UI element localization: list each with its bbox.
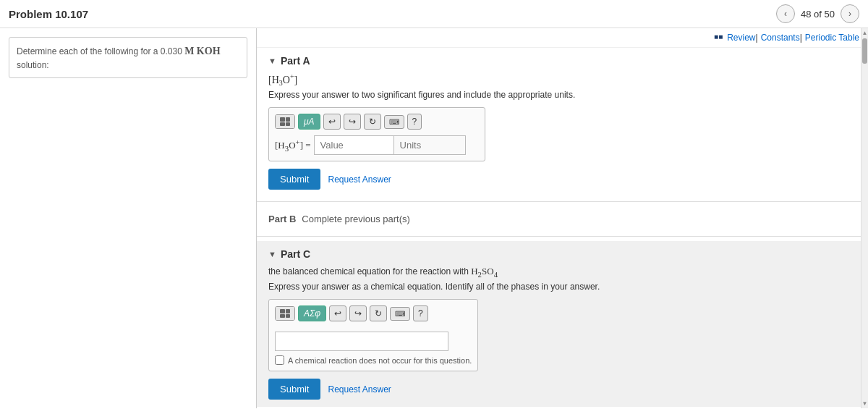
top-links-bar: ■■ Review | Constants | Periodic Table (257, 28, 868, 48)
nav-count: 48 of 50 (801, 9, 835, 20)
part-c-text-input[interactable] (275, 332, 448, 351)
problem-info-box: Determine each of the following for a 0.… (9, 37, 247, 78)
help-c-button[interactable]: ? (413, 305, 428, 321)
refresh-c-button[interactable]: ↻ (370, 305, 387, 321)
no-reaction-label: A chemical reaction does not occur for t… (288, 356, 472, 365)
review-icon: ■■ (714, 33, 723, 43)
undo-c-button[interactable]: ↩ (329, 305, 346, 321)
scrollbar[interactable]: ▲ ▼ (861, 28, 868, 408)
alpha-sigma-button[interactable]: ΑΣφ (298, 305, 326, 321)
mu-button[interactable]: μA (298, 114, 320, 130)
part-a-toolbar: μA ↩ ↪ ↻ ⌨ ? (275, 114, 479, 130)
part-b-row: Part B Complete previous part(s) (257, 206, 868, 232)
scroll-up-arrow[interactable]: ▲ (862, 30, 868, 36)
left-panel: Determine each of the following for a 0.… (0, 28, 257, 408)
divider-bc (257, 236, 868, 237)
part-c-section: ▼ Part C the balanced chemical equation … (257, 241, 868, 407)
part-a-section: ▼ Part A [H3O+] Express your answer to t… (257, 48, 868, 197)
no-reaction-checkbox[interactable] (275, 355, 284, 365)
main-layout: Determine each of the following for a 0.… (0, 28, 868, 408)
part-a-formula: [H3O+] (268, 72, 856, 87)
part-c-answer-box: ΑΣφ ↩ ↪ ↻ ⌨ ? (268, 299, 478, 371)
help-button[interactable]: ? (407, 114, 422, 130)
separator-2: | (800, 33, 802, 43)
refresh-button[interactable]: ↻ (364, 114, 381, 130)
periodic-table-link[interactable]: Periodic Table (805, 33, 859, 43)
part-b-status: Complete previous part(s) (302, 214, 410, 224)
keyboard-button[interactable]: ⌨ (384, 115, 404, 129)
top-bar: Problem 10.107 ‹ 48 of 50 › (0, 0, 868, 28)
undo-button[interactable]: ↩ (323, 114, 341, 130)
part-a-label: Part A (281, 55, 310, 67)
grid-format-c-button[interactable] (276, 307, 294, 320)
part-a-request-answer-link[interactable]: Request Answer (328, 174, 391, 185)
part-a-instruction: Express your answer to two significant f… (268, 90, 856, 100)
part-a-input-row: [H3O+] = (275, 135, 479, 155)
part-c-request-answer-link[interactable]: Request Answer (328, 384, 391, 395)
part-c-instruction: Express your answer as a chemical equati… (268, 282, 856, 292)
part-c-submit-button[interactable]: Submit (268, 379, 320, 400)
part-a-action-row: Submit Request Answer (268, 169, 856, 190)
next-button[interactable]: › (841, 4, 859, 23)
part-c-header: ▼ Part C (268, 248, 856, 260)
part-c-description: the balanced chemical equation for the r… (268, 266, 856, 279)
part-a-submit-button[interactable]: Submit (268, 169, 320, 190)
right-panel[interactable]: ■■ Review | Constants | Periodic Table ▼… (257, 28, 868, 408)
instruction-text: Determine each of the following for a 0.… (17, 46, 221, 70)
nav-controls: ‹ 48 of 50 › (776, 4, 859, 23)
separator-1: | (756, 33, 758, 43)
units-input[interactable] (393, 135, 466, 155)
part-c-action-row: Submit Request Answer (268, 379, 856, 400)
problem-title: Problem 10.107 (9, 8, 88, 20)
format-btn-group (275, 114, 295, 129)
grid-format-button[interactable] (276, 115, 294, 128)
constants-link[interactable]: Constants (761, 33, 800, 43)
part-a-collapse-arrow[interactable]: ▼ (268, 56, 276, 65)
part-c-checkbox-row: A chemical reaction does not occur for t… (275, 355, 472, 365)
part-c-chem-formula: H2SO4 (471, 266, 498, 277)
divider-ab (257, 201, 868, 202)
part-a-answer-box: μA ↩ ↪ ↻ ⌨ ? [ (268, 107, 485, 161)
scroll-down-arrow[interactable]: ▼ (862, 400, 868, 407)
review-link[interactable]: Review (727, 33, 755, 43)
part-c-collapse-arrow[interactable]: ▼ (268, 250, 276, 258)
part-c-label: Part C (281, 248, 310, 260)
redo-button[interactable]: ↪ (344, 114, 361, 130)
part-a-header: ▼ Part A (268, 55, 856, 67)
redo-c-button[interactable]: ↪ (349, 305, 367, 321)
part-b-label: Part B (268, 214, 296, 224)
format-c-btn-group (275, 306, 295, 321)
prev-button[interactable]: ‹ (776, 4, 795, 23)
keyboard-c-button[interactable]: ⌨ (390, 307, 410, 321)
part-c-desc-prefix: the balanced chemical equation for the r… (268, 266, 469, 277)
part-c-toolbar: ΑΣφ ↩ ↪ ↻ ⌨ ? (275, 305, 472, 321)
scroll-thumb[interactable] (862, 38, 867, 64)
part-a-input-label: [H3O+] = (275, 138, 311, 153)
value-input[interactable] (314, 135, 393, 155)
